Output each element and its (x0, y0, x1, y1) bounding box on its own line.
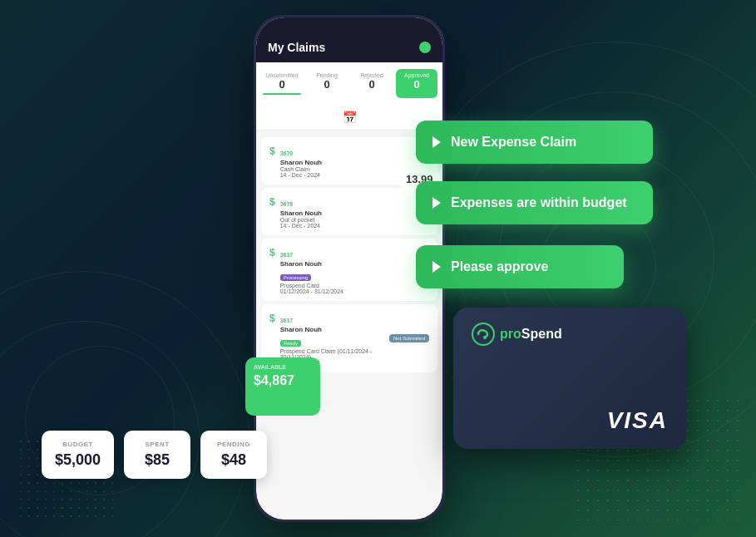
svg-point-1 (483, 336, 487, 339)
claim-item[interactable]: $ 3678 Sharon Nouh Out of pocket 14 - De… (261, 188, 437, 235)
tab-bar (263, 93, 301, 95)
new-expense-text: New Expense Claim (451, 135, 576, 150)
claim-info: 3678 Sharon Nouh Out of pocket 14 - Dec … (280, 195, 429, 229)
claim-item[interactable]: $ 3617 Sharon Nouh Processing Prospend C… (261, 239, 437, 301)
tab-rejected[interactable]: Rejected 0 (351, 69, 393, 98)
claim-dollar-icon: $ (269, 145, 275, 157)
calendar-icon: 📅 (343, 111, 357, 124)
prospend-logo: proSpend (472, 323, 668, 346)
approve-card[interactable]: Please approve (416, 245, 624, 288)
claims-list: $ 3679 Sharon Nouh Cash Claim 14 - Dec -… (256, 131, 442, 379)
play-icon (432, 136, 441, 148)
tab-unsubmitted[interactable]: Unsubmitted 0 (261, 69, 303, 98)
svg-point-0 (472, 323, 494, 345)
play-icon (432, 261, 441, 273)
tab-pending[interactable]: Pending 0 (306, 69, 348, 98)
new-expense-claim-card[interactable]: New Expense Claim (416, 121, 653, 164)
calendar-row[interactable]: 📅 (256, 105, 442, 131)
budget-card[interactable]: Expenses are within budget (416, 181, 653, 224)
play-icon (432, 197, 441, 209)
prospend-logo-icon (472, 323, 495, 346)
budget-text: Expenses are within budget (451, 195, 627, 210)
tab-approved[interactable]: Approved 0 (396, 69, 437, 98)
visa-label: VISA (472, 407, 668, 434)
budget-stat-card: BUDGET $5,000 (42, 431, 114, 479)
claim-dollar-icon: $ (269, 313, 275, 324)
prospend-name: proSpend (500, 327, 562, 342)
approve-text: Please approve (451, 259, 548, 274)
phone-notch (316, 17, 383, 36)
claim-dollar-icon: $ (269, 247, 275, 259)
status-tabs: Unsubmitted 0 Pending 0 Rejected 0 Appro… (256, 62, 442, 105)
pending-stat-card: PENDING $48 (200, 431, 267, 479)
phone-status-dot (419, 42, 431, 53)
spent-stat-card: SPENT $85 (124, 431, 190, 479)
claim-dollar-icon: $ (269, 196, 275, 208)
phone-title: My Claims (268, 41, 325, 54)
phone-screen: My Claims Unsubmitted 0 Pending 0 Reject… (256, 17, 442, 520)
stat-cards: BUDGET $5,000 SPENT $85 PENDING $48 (42, 431, 267, 479)
claim-info: 3617 Sharon Nouh Processing Prospend Car… (280, 245, 429, 294)
prospend-visa-card: proSpend VISA (453, 308, 686, 449)
available-budget-card: AVAILABLE $4,867 (245, 357, 320, 416)
not-submitted-badge: Not Submitted (389, 334, 429, 342)
